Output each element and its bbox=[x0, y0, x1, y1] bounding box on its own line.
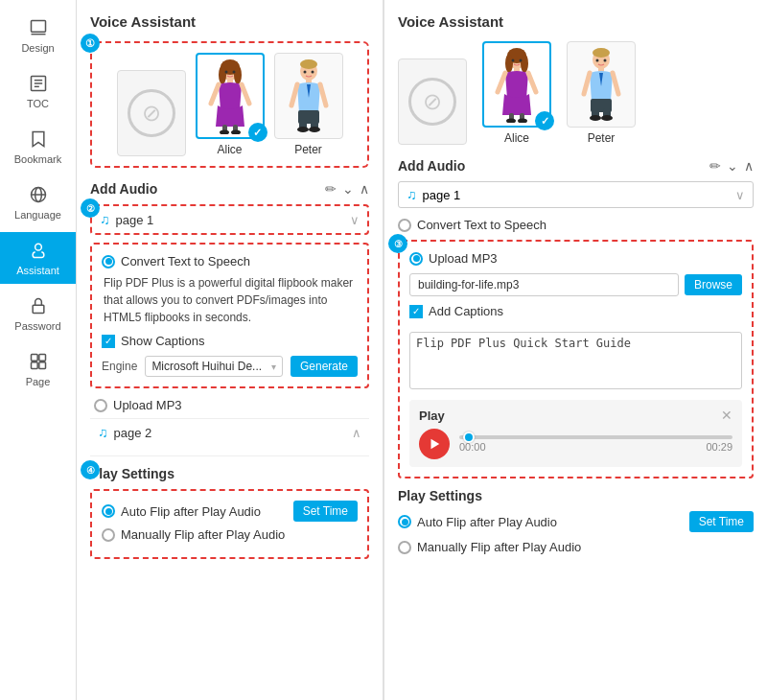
sidebar-item-bookmark[interactable]: Bookmark bbox=[0, 121, 76, 173]
auto-flip-radio-left[interactable] bbox=[102, 504, 115, 518]
show-captions-label: Show Captions bbox=[121, 334, 204, 348]
avatar-frame-peter bbox=[274, 53, 343, 139]
convert-text-radio[interactable] bbox=[102, 255, 115, 268]
svg-rect-14 bbox=[38, 362, 45, 369]
upload-mp3-row-left[interactable]: Upload MP3 bbox=[94, 398, 369, 412]
svg-point-17 bbox=[219, 65, 226, 84]
svg-point-22 bbox=[220, 130, 229, 135]
right-avatar-section: ⊘ bbox=[398, 41, 754, 145]
upload-mp3-radio-left[interactable] bbox=[94, 399, 107, 412]
sidebar-item-toc[interactable]: TOC bbox=[0, 65, 76, 117]
right-upload-mp3-label: Upload MP3 bbox=[429, 251, 498, 266]
add-audio-title: Add Audio bbox=[90, 181, 157, 197]
peter-figure bbox=[280, 58, 337, 134]
svg-point-38 bbox=[505, 54, 513, 73]
right-panel-title: Voice Assistant bbox=[398, 13, 754, 30]
page1-row[interactable]: ♫ page 1 ∨ bbox=[90, 204, 369, 235]
chevron-down-icon[interactable]: ⌄ bbox=[342, 181, 354, 197]
step2-badge: ② bbox=[81, 198, 100, 218]
manually-flip-radio-left[interactable] bbox=[102, 528, 115, 542]
right-page1-label: page 1 bbox=[423, 188, 461, 202]
avatar-disabled[interactable]: ⊘ bbox=[117, 70, 186, 156]
svg-point-53 bbox=[590, 115, 601, 121]
manually-flip-row-left[interactable]: Manually Flip after Play Audio bbox=[102, 527, 358, 542]
right-auto-flip-row[interactable]: Auto Flip after Play Audio Set Time bbox=[398, 511, 754, 532]
peter-label: Peter bbox=[294, 143, 322, 156]
avatar-peter[interactable]: Peter bbox=[274, 53, 343, 156]
right-upload-mp3-radio-row[interactable]: Upload MP3 bbox=[409, 251, 742, 266]
right-avatar-list: ⊘ bbox=[398, 41, 754, 145]
speech-text: Flip PDF Plus is a powerful digital flip… bbox=[102, 274, 358, 326]
sidebar-item-language[interactable]: Language bbox=[0, 176, 76, 228]
main-content: Voice Assistant ① ⊘ bbox=[77, 0, 767, 700]
right-avatar-alice[interactable]: ✓ Alice bbox=[482, 41, 551, 145]
right-edit-icon[interactable]: ✏ bbox=[709, 158, 721, 174]
page1-content: ♫ page 1 bbox=[100, 212, 153, 227]
sidebar-item-page[interactable]: Page bbox=[0, 343, 76, 395]
svg-point-23 bbox=[231, 130, 241, 135]
right-chevron-down-icon[interactable]: ⌄ bbox=[727, 158, 738, 174]
sidebar-label-bookmark: Bookmark bbox=[14, 153, 62, 165]
right-convert-text-radio[interactable] bbox=[398, 219, 411, 232]
divider-1 bbox=[90, 455, 369, 456]
sidebar-label-password: Password bbox=[14, 320, 60, 332]
right-avatar-disabled[interactable]: ⊘ bbox=[398, 58, 467, 145]
svg-point-34 bbox=[303, 71, 306, 74]
page1-label: page 1 bbox=[116, 213, 154, 227]
right-upload-row: building-for-life.mp3 Browse bbox=[409, 273, 742, 296]
show-captions-checkbox[interactable]: ✓ bbox=[102, 335, 115, 348]
play-triangle-icon bbox=[428, 437, 441, 451]
right-page1-dropdown[interactable]: ♫ page 1 ∨ bbox=[398, 181, 754, 208]
right-set-time-button[interactable]: Set Time bbox=[689, 511, 754, 532]
chevron-up-icon[interactable]: ∧ bbox=[360, 181, 369, 197]
edit-icon[interactable]: ✏ bbox=[325, 181, 337, 197]
right-audio-icons: ✏ ⌄ ∧ bbox=[709, 158, 754, 174]
right-alice-figure bbox=[488, 46, 546, 123]
step3-badge: ③ bbox=[388, 234, 407, 253]
avatar-frame-alice: ✓ bbox=[196, 53, 265, 139]
right-avatar-peter[interactable]: Peter bbox=[567, 41, 636, 145]
right-auto-flip-radio[interactable] bbox=[398, 515, 411, 528]
right-upload-mp3-radio[interactable] bbox=[409, 252, 423, 266]
close-play-icon[interactable]: ✕ bbox=[721, 408, 732, 423]
toc-icon bbox=[28, 73, 49, 94]
password-icon bbox=[28, 295, 49, 316]
avatar-alice[interactable]: ✓ Alice bbox=[196, 53, 265, 156]
set-time-button-left[interactable]: Set Time bbox=[293, 501, 358, 522]
right-manually-flip-row[interactable]: Manually Flip after Play Audio bbox=[398, 540, 754, 554]
progress-bar[interactable] bbox=[459, 435, 732, 439]
step4-badge: ④ bbox=[81, 460, 100, 479]
engine-select[interactable]: Microsoft Huihui De... ▾ bbox=[145, 356, 283, 377]
right-caption-textarea[interactable]: Flip PDF Plus Quick Start Guide bbox=[409, 332, 742, 389]
right-file-input[interactable]: building-for-life.mp3 bbox=[409, 273, 679, 296]
play-header: Play ✕ bbox=[419, 408, 732, 423]
svg-rect-10 bbox=[33, 305, 44, 313]
right-peter-label: Peter bbox=[588, 131, 616, 145]
right-add-captions-checkbox[interactable]: ✓ bbox=[409, 305, 423, 318]
auto-flip-row-left[interactable]: Auto Flip after Play Audio Set Time bbox=[102, 501, 358, 522]
show-captions-row[interactable]: ✓ Show Captions bbox=[102, 334, 358, 348]
right-upload-section-wrapper: ③ Upload MP3 building-for-life.mp3 Brows… bbox=[398, 240, 754, 478]
progress-knob[interactable] bbox=[463, 432, 475, 443]
page2-row[interactable]: ♫ page 2 ∧ bbox=[90, 418, 369, 446]
right-add-audio-title: Add Audio bbox=[398, 158, 465, 174]
svg-point-39 bbox=[521, 54, 528, 73]
play-button[interactable] bbox=[419, 429, 450, 459]
sidebar-item-design[interactable]: Design bbox=[0, 10, 76, 61]
generate-button[interactable]: Generate bbox=[291, 356, 358, 377]
sidebar-item-password[interactable]: Password bbox=[0, 288, 76, 339]
right-manually-flip-radio[interactable] bbox=[398, 541, 411, 554]
sidebar-item-assistant[interactable]: Assistant bbox=[0, 232, 76, 284]
right-add-captions-label: Add Captions bbox=[429, 304, 503, 318]
right-convert-text-row[interactable]: Convert Text to Speech bbox=[398, 218, 754, 232]
play-controls-box: Play ✕ bbox=[409, 400, 742, 467]
right-add-captions-row[interactable]: ✓ Add Captions bbox=[409, 304, 742, 318]
engine-row: Engine Microsoft Huihui De... ▾ Generate bbox=[102, 356, 358, 377]
right-peter-figure bbox=[572, 46, 630, 123]
right-chevron-up-icon[interactable]: ∧ bbox=[744, 158, 754, 174]
convert-text-radio-row[interactable]: Convert Text to Speech bbox=[102, 254, 358, 268]
right-browse-button[interactable]: Browse bbox=[685, 274, 742, 295]
sidebar-label-assistant: Assistant bbox=[16, 265, 59, 276]
sidebar-label-page: Page bbox=[26, 376, 51, 387]
assistant-icon bbox=[28, 240, 49, 261]
